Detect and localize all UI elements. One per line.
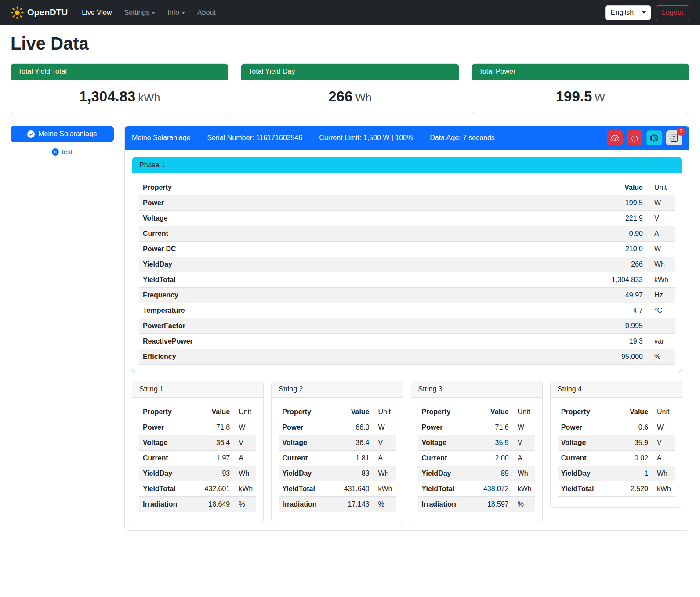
table-cell: Wh [233,466,256,481]
power-button[interactable] [627,130,642,145]
total-power-card: Total Power 199.5W [472,63,689,114]
table-cell: kWh [373,481,396,497]
string-title: String 3 [411,381,542,398]
table-cell: 93 [192,466,233,481]
inverter-select-button[interactable]: Meine Solaranlage [11,126,114,142]
table-cell: Wh [646,257,675,272]
table-cell: 4.7 [442,303,646,318]
events-badge: 2 [677,127,685,136]
inverter-limit: Current Limit: 1,500 W | 100% [319,134,413,142]
table-cell: W [652,420,675,435]
table-cell: A [652,451,675,466]
event-log-button[interactable]: 2 [666,130,682,145]
table-cell: 71.8 [192,420,233,435]
table-cell: 35.9 [471,435,512,451]
table-cell: Wh [512,466,535,481]
table-cell: Wh [373,466,396,481]
nav-live-view[interactable]: Live View [76,5,118,20]
table-cell: YieldDay [139,257,442,272]
string-body: Property Value Unit Power66.0WVoltage36.… [272,398,403,523]
nav-links: Live View Settings Info About [76,5,222,20]
card-body: 266Wh [241,80,458,114]
table-row: Power66.0W [279,420,395,435]
table-cell: 210.0 [442,242,646,257]
table-cell: % [233,497,256,512]
table-row: Power71.6W [418,420,535,435]
table-cell: 431.640 [331,481,373,497]
nav-settings[interactable]: Settings [118,5,161,20]
table-cell: Current [418,451,471,466]
table-head: Property Value Unit [139,405,256,420]
table-row: Voltage35.9V [418,435,535,451]
table-row: Current2.00A [418,451,535,466]
table-cell: 18.597 [471,497,512,512]
string-3-table-body: Power71.6WVoltage35.9VCurrent2.00AYieldD… [418,420,535,512]
check-circle-icon [27,130,35,138]
table-cell: YieldTotal [139,272,442,288]
table-cell: 49.97 [442,288,646,303]
table-cell: % [512,497,535,512]
brand[interactable]: OpenDTU [11,6,68,19]
journal-icon [670,134,678,142]
total-yield-day-card: Total Yield Day 266Wh [241,63,459,114]
nav-info[interactable]: Info [161,5,191,20]
table-head: Property Value Unit [418,405,535,420]
table-cell: Power [139,420,192,435]
inverter-panel-header: Meine Solaranlage Serial Number: 1161716… [125,126,689,150]
table-row: YieldDay266Wh [139,257,675,272]
table-header-row: Property Value Unit [139,405,256,420]
table-cell: A [512,451,535,466]
cpu-icon [650,134,658,142]
column-value: Value [471,405,512,420]
table-cell: Frequency [139,288,442,303]
table-row: YieldTotal438.072kWh [418,481,535,497]
table-row: YieldTotal2.520kWh [558,481,675,497]
column-property: Property [139,405,192,420]
table-head: Property Value Unit [139,180,675,195]
table-cell: 83 [331,466,373,481]
table-row: Current1.97A [139,451,256,466]
table-row: Power DC210.0W [139,242,675,257]
total-yield-total-unit: kWh [138,91,160,104]
table-cell: 2.00 [471,451,512,466]
table-cell: 18.649 [192,497,233,512]
table-cell: 0.90 [442,226,646,242]
table-cell: 36.4 [192,435,233,451]
column-value: Value [331,405,373,420]
x-circle-icon [52,148,59,156]
table-row: Voltage221.9V [139,211,675,226]
limit-settings-button[interactable] [607,130,623,145]
table-row: Irradiation18.597% [418,497,535,512]
inverter-panel-body: Phase 1 Property Value Unit Power199.5WV… [125,150,689,530]
table-cell: Power [139,195,442,211]
total-yield-day-value: 266 [328,88,352,105]
string-body: Property Value Unit Power71.8WVoltage36.… [132,398,263,523]
table-cell: Voltage [418,435,471,451]
table-cell: 89 [471,466,512,481]
table-row: Frequency49.97Hz [139,288,675,303]
table-row: Current0.90A [139,226,675,242]
summary-cards-row: Total Yield Total 1,304.83kWh Total Yiel… [11,63,689,114]
inverter-test-item[interactable]: test [11,148,114,156]
speedometer-icon [611,134,619,142]
table-cell: Current [558,451,615,466]
table-cell: 199.5 [442,195,646,211]
language-select[interactable]: English [605,5,651,20]
table-head: Property Value Unit [279,405,395,420]
table-cell: Current [139,226,442,242]
table-cell: Temperature [139,303,442,318]
table-cell: 1.81 [331,451,373,466]
table-cell: YieldDay [418,466,471,481]
total-yield-day-unit: Wh [355,91,372,104]
table-cell: YieldDay [558,466,615,481]
table-cell: YieldTotal [279,481,331,497]
inverter-serial: Serial Number: 116171603546 [207,134,302,142]
sun-logo-icon [11,6,24,19]
nav-about[interactable]: About [191,5,222,20]
device-info-button[interactable] [646,130,662,145]
table-cell: V [373,435,396,451]
logout-button[interactable]: Logout [656,5,689,20]
table-cell: kWh [652,481,675,497]
table-cell: Voltage [279,435,331,451]
string-2-card: String 2 Property Value Unit Power66.0WV… [271,381,403,523]
